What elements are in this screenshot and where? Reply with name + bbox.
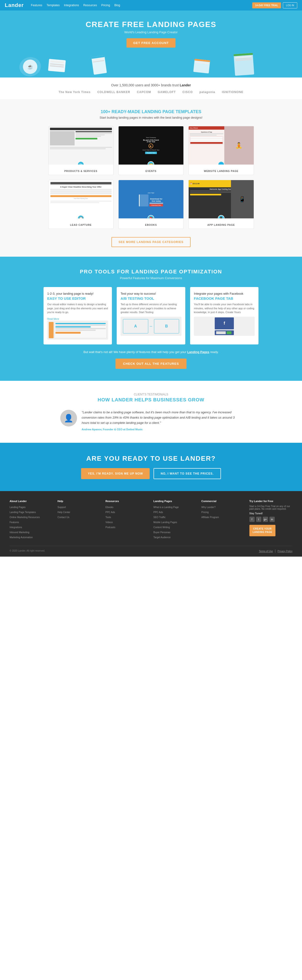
brand-gameloft: GAMELOFT: [158, 91, 176, 94]
hero-section: CREATE FREE LANDING PAGES World's Leadin…: [0, 11, 302, 78]
cta-secondary-button[interactable]: NO, I WANT TO SEE THE PRICES.: [154, 468, 221, 479]
logo[interactable]: Lander: [5, 2, 24, 8]
template-preview-events: Your Company Be part of the Eventof the …: [119, 126, 183, 165]
footer-link-affiliate[interactable]: Affiliate Program: [201, 516, 219, 519]
footer-link-support[interactable]: Support: [58, 506, 66, 509]
tool-editor: 1-2-3, your landing page is ready! EASY …: [43, 287, 112, 344]
testimonial-author: Andrew Apanov, Founder & CEO at Dotted M…: [82, 428, 242, 431]
footer-link-what-is[interactable]: What is a Landing Page: [154, 506, 179, 509]
templates-grid: 🛍 PRODUCTS & SERVICES Your Company Be pa…: [48, 126, 254, 229]
legal-links: Terms of Use | Privacy Policy: [259, 549, 292, 553]
footer-heading-resources: Resources: [105, 500, 149, 503]
footer-link-why[interactable]: Why Lander?: [201, 506, 215, 509]
cta-section: ARE YOU READY TO USE LANDER? YES, I'M RE…: [0, 443, 302, 491]
footer-link-lp-templates[interactable]: Landing Page Templates: [10, 511, 36, 514]
social-twitter[interactable]: t: [256, 517, 261, 522]
footer-grid: About Lander Landing Pages Landing Page …: [10, 500, 292, 540]
tool-ab-intro: Test your way to success!: [121, 292, 181, 296]
brand-ignitionone: IGNITIONONE: [222, 91, 243, 94]
footer-link-content[interactable]: Content Writing: [154, 526, 170, 529]
testimonials-headline: HOW LANDER HELPS BUSINESSES GROW: [10, 397, 292, 402]
footer-col-try: Try Lander for Free Start a 14-Day Free …: [250, 500, 292, 540]
ab-arrow: ↔: [149, 324, 153, 328]
pro-tools-footer-text: But wait that's not all! We have plenty …: [10, 350, 292, 354]
tool-editor-visual: [47, 321, 108, 340]
privacy-link[interactable]: Privacy Policy: [278, 550, 292, 552]
nav-resources[interactable]: Resources: [83, 3, 97, 7]
footer-bottom: © 2020 Lander. All right reserved. Terms…: [10, 546, 292, 553]
tool-facebook-intro: Integrate your pages with Facebook: [194, 292, 255, 296]
footer-try-description: Start a 14-Day Free Trial on any of our …: [250, 505, 292, 510]
cta-primary-button[interactable]: YES, I'M READY. SIGN ME UP NOW: [81, 468, 150, 479]
tool-editor-readmore[interactable]: Read More: [47, 318, 59, 320]
template-lead[interactable]: A Super Clear Headline Describing Your O…: [48, 180, 114, 229]
template-label-app: APP LANDING PAGE: [189, 218, 253, 229]
template-label-ebooks: EBOOKS: [119, 218, 183, 229]
nav-pricing[interactable]: Pricing: [102, 3, 110, 7]
nav-integrations[interactable]: Integrations: [64, 3, 79, 7]
landing-pages-link[interactable]: Landing Pages: [187, 350, 209, 354]
nav-actions: 14-DAY FREE TRIAL LOG IN: [252, 2, 297, 8]
template-products[interactable]: 🛍 PRODUCTS & SERVICES: [48, 126, 114, 175]
tools-grid: 1-2-3, your landing page is ready! EASY …: [43, 287, 259, 344]
tool-ab-testing: Test your way to success! A/B TESTING TO…: [117, 287, 185, 344]
trial-button[interactable]: 14-DAY FREE TRIAL: [252, 2, 281, 8]
footer-link-ppcads[interactable]: PPC Ads: [105, 511, 115, 514]
template-label-website: WEBSITE LANDING PAGE: [189, 165, 253, 175]
hero-cta-button[interactable]: GET FREE ACCOUNT: [127, 38, 175, 48]
templates-subtitle: Start building landing pages in minutes …: [10, 116, 292, 119]
template-preview-products: 🛍: [49, 126, 113, 165]
footer-link-integrations[interactable]: Integrations: [10, 526, 22, 529]
footer-link-helpcenter[interactable]: Help Center: [58, 511, 70, 514]
brand-logos: The New York Times COLDWELL BANKER CAPCO…: [5, 91, 297, 94]
social-googleplus[interactable]: g+: [263, 517, 268, 522]
check-features-button[interactable]: CHECK OUT ALL THE FEATURES: [116, 359, 187, 369]
see-more-categories-button[interactable]: SEE MORE LANDING PAGE CATEGORIES: [111, 237, 191, 247]
footer-link-mobile[interactable]: Mobile Landing Pages: [154, 521, 177, 523]
footer-links-help: Support Help Center Contact Us: [58, 505, 101, 519]
footer-col-about: About Lander Landing Pages Landing Page …: [10, 500, 53, 540]
footer-link-buyer[interactable]: Buyer Personas: [154, 531, 170, 534]
footer-heading-help: Help: [58, 500, 101, 503]
brand-nyt: The New York Times: [59, 91, 91, 94]
footer-link-podcasts[interactable]: Podcasts: [105, 526, 115, 529]
social-facebook[interactable]: f: [250, 517, 255, 522]
ab-box-a: A: [123, 319, 148, 333]
copyright-text: © 2020 Lander. All right reserved.: [10, 549, 45, 552]
terms-link[interactable]: Terms of Use: [259, 550, 273, 552]
testimonial-avatar: 👤: [60, 410, 77, 426]
footer-link-landing-pages[interactable]: Landing Pages: [10, 506, 25, 509]
footer-link-videos[interactable]: Videos: [105, 521, 113, 523]
brand-coldwell: COLDWELL BANKER: [97, 91, 130, 94]
template-website[interactable]: Amy Allison Experience of Yoga: [188, 126, 254, 175]
footer-link-seo[interactable]: SEO Traffic: [154, 516, 166, 519]
footer-social-links: f t g+ in: [250, 517, 292, 522]
nav-blog[interactable]: Blog: [114, 3, 120, 7]
footer-col-landing-pages: Landing Pages What is a Landing Page PPC…: [154, 500, 197, 540]
footer-link-features[interactable]: Features: [10, 521, 19, 523]
footer-link-contact[interactable]: Contact Us: [58, 516, 69, 519]
navigation: Lander Features Templates Integrations R…: [0, 0, 302, 11]
create-landing-page-button[interactable]: CREATE YOURLANDING PAGE: [250, 525, 276, 536]
footer-link-inbound[interactable]: Inbound Marketing: [10, 531, 29, 534]
login-button[interactable]: LOG IN: [283, 2, 297, 8]
template-app[interactable]: ⏰ 28:11:08 Awesome App Coming Soon. 📱 📱 …: [188, 180, 254, 229]
template-ebooks[interactable]: your logo Download forfree today Downloa…: [118, 180, 184, 229]
template-label-lead: LEAD CAPTURE: [49, 218, 113, 229]
nav-templates[interactable]: Templates: [47, 3, 60, 7]
footer-link-tools[interactable]: Tools: [105, 516, 111, 519]
footer-link-automation[interactable]: Marketing Automation: [10, 536, 33, 539]
social-linkedin[interactable]: in: [270, 517, 275, 522]
footer-link-ebooks[interactable]: Ebooks: [105, 506, 113, 509]
nav-features[interactable]: Features: [31, 3, 42, 7]
footer-link-omr[interactable]: Online Marketing Resources: [10, 516, 40, 519]
footer-link-ppc[interactable]: PPC Ads: [154, 511, 163, 514]
template-preview-app: ⏰ 28:11:08 Awesome App Coming Soon. 📱 📱: [189, 180, 253, 218]
footer-col-help: Help Support Help Center Contact Us: [58, 500, 101, 540]
footer-link-target[interactable]: Target Audience: [154, 536, 171, 539]
footer-link-pricing[interactable]: Pricing: [201, 511, 209, 514]
footer-col-resources: Resources Ebooks PPC Ads Tools Videos Po…: [105, 500, 149, 540]
hero-illustration: ☕: [5, 48, 297, 76]
template-events[interactable]: Your Company Be part of the Eventof the …: [118, 126, 184, 175]
tool-editor-description: Our visual editor makes it easy to desig…: [47, 302, 108, 314]
